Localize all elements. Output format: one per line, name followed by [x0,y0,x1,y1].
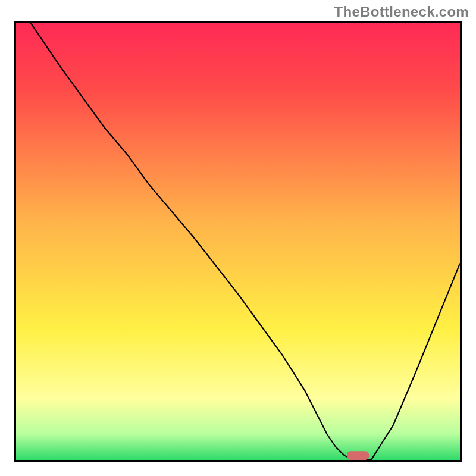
watermark-text: TheBottleneck.com [334,4,469,20]
gradient-background [16,23,460,460]
optimal-marker [347,451,369,460]
chart-plot [16,23,460,460]
chart-frame [14,21,462,462]
